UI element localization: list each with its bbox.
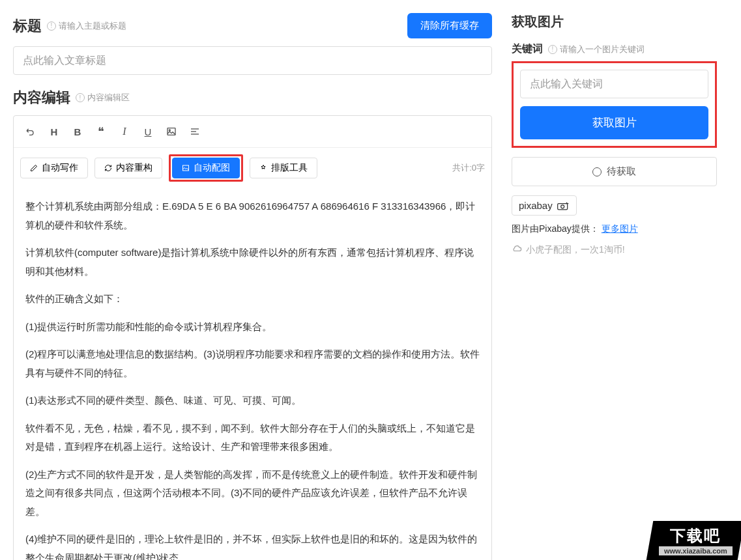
content-paragraph: 整个计算机系统由两部分组成：E.69DA 5 E 6 BA 9062616964…	[25, 197, 480, 234]
bold-icon[interactable]: B	[67, 121, 88, 142]
pencil-icon	[30, 164, 38, 172]
circle-icon	[592, 167, 602, 176]
keyword-label: 关键词 ! 请输入一个图片关键词	[512, 42, 717, 56]
editor-content[interactable]: 整个计算机系统由两部分组成：E.69DA 5 E 6 BA 9062616964…	[14, 188, 491, 560]
content-paragraph: (2)生产方式不同的软件是开发，是人类智能的高发挥，而不是传统意义上的硬件制造。…	[25, 466, 480, 522]
restructure-button[interactable]: 内容重构	[94, 158, 162, 178]
image-icon[interactable]	[161, 121, 182, 142]
title-section-label: 标题 ! 请输入主题或标题	[13, 16, 126, 36]
heading-icon[interactable]: H	[44, 121, 65, 142]
footer-hint: 小虎子配图，一次1淘币!	[512, 244, 717, 256]
content-paragraph: (1)提供运行时所需功能和性能的命令或计算机程序集合。	[25, 318, 480, 337]
editor-box: H B ❝ I U 自动写作 内容重构	[13, 115, 492, 560]
keyword-input[interactable]	[520, 70, 708, 98]
fetch-image-title: 获取图片	[512, 13, 717, 31]
align-icon[interactable]	[184, 121, 205, 142]
svg-rect-6	[557, 203, 567, 209]
format-toolbar: H B ❝ I U	[14, 116, 491, 148]
svg-point-7	[560, 204, 564, 208]
highlight-keyword-box: 获取图片	[512, 61, 717, 148]
content-edit-hint: ! 内容编辑区	[76, 92, 130, 104]
svg-point-1	[169, 130, 170, 131]
fetch-image-button[interactable]: 获取图片	[520, 106, 708, 139]
content-paragraph: (1)表达形式不同的硬件类型、颜色、味道、可见、可摸、可闻。	[25, 391, 480, 410]
camera-icon	[557, 201, 570, 210]
content-paragraph: (2)程序可以满意地处理信息的数据结构。(3)说明程序功能要求和程序需要的文档的…	[25, 345, 480, 382]
auto-image-button[interactable]: 自动配图	[172, 158, 240, 178]
clear-cache-button[interactable]: 清除所有缓存	[407, 13, 492, 38]
info-icon: !	[47, 21, 56, 31]
title-hint: ! 请输入主题或标题	[47, 20, 126, 32]
picture-icon	[182, 164, 190, 172]
content-paragraph: 计算机软件(computer software)是指计算机系统中除硬件以外的所有…	[25, 244, 480, 281]
pending-status: 待获取	[512, 157, 717, 186]
word-count: 共计:0字	[452, 162, 485, 174]
refresh-icon	[104, 164, 112, 172]
content-paragraph: (4)维护不同的硬件是旧的，理论上软件是旧的，并不坏，但实际上软件也是旧的和坏的…	[25, 530, 480, 560]
cloud-icon	[512, 245, 522, 255]
watermark: 下载吧 www.xiazaiba.com	[647, 521, 741, 560]
pixabay-badge: pixabay	[512, 195, 577, 216]
auto-write-button[interactable]: 自动写作	[20, 158, 88, 178]
layout-icon	[259, 164, 267, 172]
content-paragraph: 软件的正确含义如下：	[25, 290, 480, 309]
italic-icon[interactable]: I	[114, 121, 135, 142]
layout-tool-button[interactable]: 排版工具	[250, 158, 317, 178]
content-edit-label: 内容编辑 ! 内容编辑区	[13, 88, 492, 107]
image-source: 图片由Pixabay提供： 更多图片	[512, 223, 717, 235]
content-paragraph: 软件看不见，无色，枯燥，看不见，摸不到，闻不到。软件大部分存在于人们的头脑或纸上…	[25, 419, 480, 456]
highlight-auto-image: 自动配图	[169, 154, 243, 182]
info-icon: !	[548, 45, 557, 54]
undo-icon[interactable]	[20, 121, 41, 142]
article-title-input[interactable]	[13, 46, 492, 75]
info-icon: !	[76, 93, 85, 102]
quote-icon[interactable]: ❝	[91, 121, 111, 142]
underline-icon[interactable]: U	[138, 121, 158, 142]
more-images-link[interactable]: 更多图片	[602, 223, 638, 234]
